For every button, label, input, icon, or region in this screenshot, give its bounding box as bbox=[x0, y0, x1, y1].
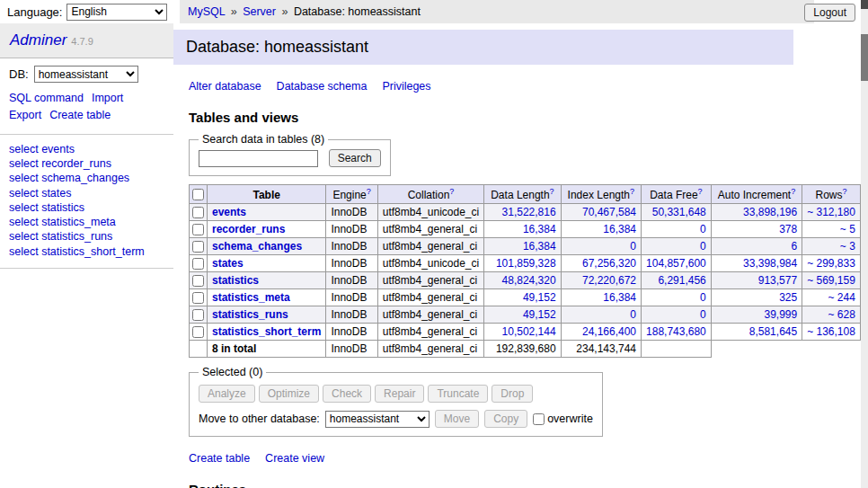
row-select-checkbox[interactable] bbox=[192, 292, 204, 304]
move-db-select[interactable]: homeassistant bbox=[325, 411, 430, 428]
table-name-link[interactable]: events bbox=[212, 206, 246, 218]
export-link[interactable]: Export bbox=[9, 109, 41, 121]
sidebar-table-link[interactable]: select recorder_runs bbox=[9, 156, 164, 171]
data-length-link[interactable]: 16,384 bbox=[523, 240, 556, 253]
auto-increment-link[interactable]: 8,581,645 bbox=[749, 325, 797, 338]
auto-increment-link[interactable]: 39,999 bbox=[764, 308, 797, 321]
help-link[interactable]: ? bbox=[367, 187, 371, 196]
db-select[interactable]: homeassistant bbox=[34, 66, 138, 83]
rows-count-link[interactable]: ~ 312,180 bbox=[807, 206, 855, 218]
copy-button[interactable]: Copy bbox=[484, 410, 527, 428]
move-button[interactable]: Move bbox=[435, 410, 479, 428]
table-name-link[interactable]: recorder_runs bbox=[212, 223, 285, 235]
help-link[interactable]: ? bbox=[550, 187, 554, 196]
table-name-link[interactable]: statistics bbox=[212, 274, 259, 287]
auto-increment-link[interactable]: 913,577 bbox=[758, 274, 797, 287]
table-name-link[interactable]: statistics_short_term bbox=[212, 325, 321, 338]
data-length-link[interactable]: 31,522,816 bbox=[502, 206, 556, 218]
data-free-link[interactable]: 0 bbox=[700, 291, 706, 304]
data-length-link[interactable]: 49,152 bbox=[523, 308, 556, 321]
rows-count-link[interactable]: ~ 3 bbox=[840, 240, 855, 253]
bulk-action-button[interactable]: Check bbox=[323, 385, 371, 403]
index-length-link[interactable]: 16,384 bbox=[603, 291, 636, 304]
breadcrumb-link-server[interactable]: Server bbox=[243, 5, 276, 18]
auto-increment-link[interactable]: 325 bbox=[779, 291, 797, 304]
db-nav-link[interactable]: Database schema bbox=[277, 80, 368, 93]
row-select-checkbox[interactable] bbox=[192, 258, 204, 270]
rows-count-link[interactable]: ~ 628 bbox=[828, 308, 855, 321]
row-select-checkbox[interactable] bbox=[192, 224, 204, 235]
search-input[interactable] bbox=[199, 150, 318, 167]
auto-increment-link[interactable]: 33,898,196 bbox=[743, 206, 797, 218]
data-length-link[interactable]: 49,152 bbox=[523, 291, 556, 304]
data-length-link[interactable]: 10,502,144 bbox=[502, 325, 556, 338]
bulk-action-button[interactable]: Optimize bbox=[259, 385, 319, 403]
import-link[interactable]: Import bbox=[92, 92, 123, 104]
help-link[interactable]: ? bbox=[698, 187, 703, 196]
rows-count-link[interactable]: ~ 5 bbox=[840, 223, 855, 235]
sql-command-link[interactable]: SQL command bbox=[9, 92, 84, 104]
auto-increment-link[interactable]: 378 bbox=[779, 223, 797, 235]
index-length-link[interactable]: 24,166,400 bbox=[582, 325, 636, 338]
rows-count-link[interactable]: ~ 569,159 bbox=[807, 274, 855, 287]
table-name-link[interactable]: statistics_runs bbox=[212, 308, 288, 321]
bulk-action-button[interactable]: Analyze bbox=[199, 385, 255, 403]
sidebar-table-link[interactable]: select events bbox=[9, 142, 164, 156]
db-nav-link[interactable]: Alter database bbox=[189, 80, 261, 93]
language-select[interactable]: English bbox=[66, 4, 167, 21]
data-length-link[interactable]: 101,859,328 bbox=[496, 257, 556, 270]
sidebar-table-link[interactable]: select statistics_meta bbox=[9, 215, 164, 229]
index-length-link[interactable]: 72,220,672 bbox=[582, 274, 636, 287]
sidebar-table-link[interactable]: select schema_changes bbox=[9, 171, 164, 185]
create-link[interactable]: Create table bbox=[189, 452, 250, 465]
create-link[interactable]: Create view bbox=[265, 452, 324, 465]
data-free-link[interactable]: 104,857,600 bbox=[646, 257, 706, 270]
sidebar-table-link[interactable]: select statistics_runs bbox=[9, 229, 164, 244]
data-length-link[interactable]: 16,384 bbox=[523, 223, 556, 235]
index-length-link[interactable]: 0 bbox=[630, 240, 636, 253]
logout-button[interactable]: Logout bbox=[804, 4, 855, 22]
auto-increment-link[interactable]: 6 bbox=[791, 240, 797, 253]
search-button[interactable]: Search bbox=[329, 149, 381, 167]
row-select-checkbox[interactable] bbox=[192, 309, 204, 321]
data-free-link[interactable]: 0 bbox=[700, 240, 706, 253]
row-select-checkbox[interactable] bbox=[192, 207, 204, 218]
table-name-link[interactable]: states bbox=[212, 257, 244, 270]
index-length-link[interactable]: 0 bbox=[630, 308, 636, 321]
bulk-action-button[interactable]: Truncate bbox=[428, 385, 488, 403]
select-all-checkbox[interactable] bbox=[192, 189, 204, 200]
scroll-up-arrow[interactable] bbox=[861, 0, 868, 9]
index-length-link[interactable]: 16,384 bbox=[603, 223, 636, 235]
rows-count-link[interactable]: ~ 136,108 bbox=[807, 325, 855, 338]
app-title-link[interactable]: Adminer bbox=[10, 31, 66, 49]
data-free-link[interactable]: 50,331,648 bbox=[652, 206, 706, 218]
create-table-link[interactable]: Create table bbox=[49, 109, 111, 121]
rows-count-link[interactable]: ~ 244 bbox=[828, 291, 855, 304]
auto-increment-link[interactable]: 33,398,984 bbox=[743, 257, 797, 270]
overwrite-checkbox[interactable] bbox=[533, 413, 545, 425]
table-name-link[interactable]: statistics_meta bbox=[212, 291, 290, 304]
index-length-link[interactable]: 67,256,320 bbox=[582, 257, 636, 270]
data-free-link[interactable]: 6,291,456 bbox=[658, 274, 705, 287]
scrollbar[interactable] bbox=[861, 0, 868, 488]
scrollbar-thumb[interactable] bbox=[861, 34, 868, 81]
sidebar-table-link[interactable]: select states bbox=[9, 186, 164, 200]
data-length-link[interactable]: 48,824,320 bbox=[502, 274, 556, 287]
bulk-action-button[interactable]: Drop bbox=[492, 385, 533, 403]
index-length-link[interactable]: 70,467,584 bbox=[582, 206, 636, 218]
sidebar-table-link[interactable]: select statistics bbox=[9, 200, 164, 215]
sidebar-table-link[interactable]: select statistics_short_term bbox=[9, 244, 164, 259]
rows-count-link[interactable]: ~ 299,833 bbox=[807, 257, 855, 270]
bulk-action-button[interactable]: Repair bbox=[375, 385, 424, 403]
row-select-checkbox[interactable] bbox=[192, 275, 204, 287]
row-select-checkbox[interactable] bbox=[192, 241, 204, 253]
table-name-link[interactable]: schema_changes bbox=[212, 240, 302, 253]
breadcrumb-link-mysql[interactable]: MySQL bbox=[188, 5, 225, 18]
data-free-link[interactable]: 0 bbox=[700, 308, 706, 321]
data-free-link[interactable]: 0 bbox=[700, 223, 706, 235]
help-link[interactable]: ? bbox=[449, 187, 454, 196]
row-select-checkbox[interactable] bbox=[192, 326, 204, 338]
help-link[interactable]: ? bbox=[843, 187, 847, 196]
help-link[interactable]: ? bbox=[791, 187, 795, 196]
help-link[interactable]: ? bbox=[630, 187, 634, 196]
